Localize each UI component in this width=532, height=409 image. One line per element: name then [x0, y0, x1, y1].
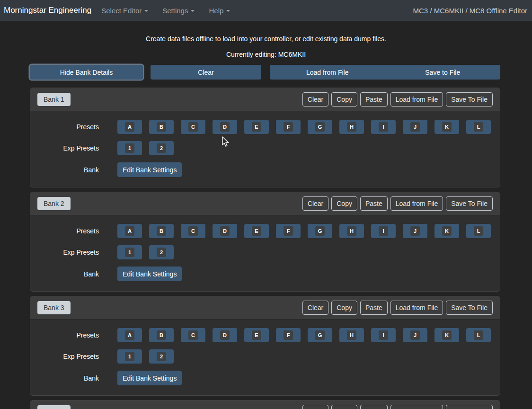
preset-button-j[interactable]: J	[403, 328, 427, 342]
bank-action-load-from-file-button[interactable]: Load from File	[390, 92, 443, 107]
preset-button-j[interactable]: J	[403, 120, 427, 134]
preset-button-d[interactable]: D	[213, 224, 237, 238]
key-label: E	[252, 226, 261, 236]
preset-button-b[interactable]: B	[149, 120, 174, 134]
bank-action-clear-button[interactable]: Clear	[302, 405, 328, 409]
preset-button-l[interactable]: L	[466, 224, 491, 238]
bank-action-save-to-file-button[interactable]: Save To File	[446, 405, 493, 409]
chevron-down-icon	[191, 10, 195, 12]
bank-action-copy-button[interactable]: Copy	[331, 301, 357, 315]
brand-link[interactable]: Morningstar Engineering	[4, 6, 91, 15]
preset-button-h[interactable]: H	[339, 224, 364, 238]
bank-action-paste-button[interactable]: Paste	[360, 92, 388, 107]
bank-title-badge[interactable]: Bank 2	[37, 197, 71, 210]
bank-action-clear-button[interactable]: Clear	[302, 92, 328, 107]
edit-bank-settings-button[interactable]: Edit Bank Settings	[117, 162, 182, 177]
preset-button-f[interactable]: F	[276, 328, 301, 342]
edit-bank-settings-button[interactable]: Edit Bank Settings	[117, 267, 182, 281]
bank-action-save-to-file-button[interactable]: Save To File	[446, 196, 493, 211]
edit-bank-settings-button[interactable]: Edit Bank Settings	[117, 371, 182, 385]
preset-button-b[interactable]: B	[149, 328, 174, 342]
preset-button-c[interactable]: C	[181, 120, 205, 134]
preset-button-i[interactable]: I	[371, 224, 396, 238]
menu-settings[interactable]: Settings	[162, 7, 195, 15]
preset-button-e[interactable]: E	[244, 120, 269, 134]
preset-button-j[interactable]: J	[403, 224, 427, 238]
bank-action-paste-button[interactable]: Paste	[360, 196, 388, 211]
preset-button-h[interactable]: H	[339, 120, 364, 134]
preset-button-f[interactable]: F	[276, 120, 301, 134]
preset-button-i[interactable]: I	[371, 328, 396, 342]
chevron-down-icon	[226, 10, 230, 12]
preset-button-b[interactable]: B	[149, 224, 174, 238]
exp-preset-button-2[interactable]: 2	[149, 141, 174, 155]
key-label: G	[315, 122, 325, 132]
preset-button-f[interactable]: F	[276, 224, 301, 238]
hide-bank-details-button[interactable]: Hide Bank Details	[30, 65, 143, 80]
bank-title-badge[interactable]: Bank 1	[37, 93, 71, 106]
navbar: Morningstar Engineering Select Editor Se…	[0, 0, 532, 21]
key-label: 2	[157, 248, 166, 257]
bank-action-save-to-file-button[interactable]: Save To File	[446, 92, 493, 107]
preset-buttons: ABCDEFGHIJKL	[117, 328, 491, 342]
bank-action-load-from-file-button[interactable]: Load from File	[390, 301, 443, 315]
bank-actions: ClearCopyPasteLoad from FileSave To File	[302, 405, 493, 409]
bank-action-clear-button[interactable]: Clear	[302, 301, 328, 315]
preset-button-g[interactable]: G	[308, 120, 332, 134]
bank-action-clear-button[interactable]: Clear	[302, 196, 328, 211]
key-label: K	[442, 226, 452, 236]
exp-preset-button-1[interactable]: 1	[117, 141, 142, 155]
key-label: L	[474, 226, 483, 236]
preset-button-c[interactable]: C	[181, 328, 205, 342]
key-label: F	[284, 226, 293, 236]
exp-preset-button-1[interactable]: 1	[117, 245, 142, 259]
preset-button-g[interactable]: G	[308, 224, 332, 238]
preset-button-a[interactable]: A	[117, 224, 142, 238]
key-label: A	[125, 122, 134, 132]
bank-action-load-from-file-button[interactable]: Load from File	[390, 196, 443, 211]
menu-select-editor[interactable]: Select Editor	[101, 7, 148, 15]
preset-button-d[interactable]: D	[213, 120, 237, 134]
exp-preset-button-2[interactable]: 2	[149, 349, 174, 364]
preset-button-l[interactable]: L	[466, 328, 491, 342]
bank-action-copy-button[interactable]: Copy	[331, 405, 357, 409]
preset-button-g[interactable]: G	[308, 328, 332, 342]
load-from-file-button[interactable]: Load from File	[270, 65, 385, 80]
preset-button-i[interactable]: I	[371, 120, 396, 134]
save-to-file-button[interactable]: Save to File	[385, 65, 501, 80]
preset-button-l[interactable]: L	[466, 120, 491, 134]
banks-container: Bank 1 ClearCopyPasteLoad from FileSave …	[30, 88, 500, 409]
preset-button-k[interactable]: K	[434, 328, 459, 342]
preset-button-a[interactable]: A	[117, 120, 142, 134]
preset-buttons: ABCDEFGHIJKL	[117, 120, 491, 134]
main-content: Create data files offline to load into y…	[0, 35, 532, 409]
key-label: I	[379, 226, 388, 236]
bank-action-copy-button[interactable]: Copy	[331, 92, 357, 107]
chevron-down-icon	[144, 10, 148, 12]
bank-action-save-to-file-button[interactable]: Save To File	[446, 301, 493, 315]
bank-action-copy-button[interactable]: Copy	[331, 196, 357, 211]
exp-preset-button-2[interactable]: 2	[149, 245, 174, 259]
clear-all-button[interactable]: Clear	[151, 65, 261, 80]
bank-action-load-from-file-button[interactable]: Load from File	[390, 405, 443, 409]
bank-label: Bank	[30, 270, 99, 278]
preset-button-k[interactable]: K	[434, 120, 459, 134]
bank-title-badge[interactable]: Bank 3	[37, 301, 71, 314]
key-label: E	[252, 122, 261, 132]
bank-action-paste-button[interactable]: Paste	[360, 301, 388, 315]
bank-title-badge[interactable]: Bank 4	[37, 405, 71, 409]
preset-button-h[interactable]: H	[339, 328, 364, 342]
file-button-group: Load from File Save to File	[270, 65, 500, 80]
exp-preset-button-1[interactable]: 1	[117, 349, 142, 364]
menu-help[interactable]: Help	[209, 7, 230, 15]
key-label: I	[379, 122, 388, 132]
preset-button-k[interactable]: K	[434, 224, 459, 238]
preset-button-d[interactable]: D	[213, 328, 237, 342]
preset-button-c[interactable]: C	[181, 224, 205, 238]
bank-action-paste-button[interactable]: Paste	[360, 405, 388, 409]
key-label: A	[125, 226, 134, 236]
preset-button-a[interactable]: A	[117, 328, 142, 342]
key-label: L	[474, 330, 483, 340]
preset-button-e[interactable]: E	[244, 328, 269, 342]
preset-button-e[interactable]: E	[244, 224, 269, 238]
